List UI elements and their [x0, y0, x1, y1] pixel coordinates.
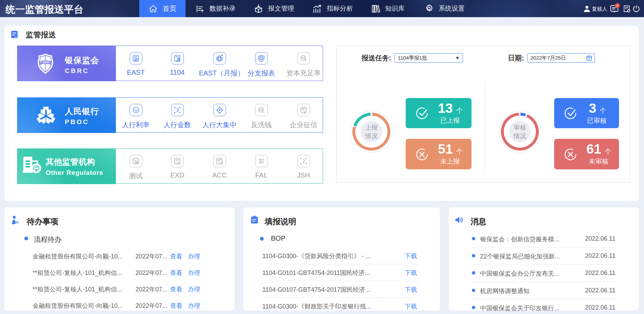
svg-text:31: 31	[588, 58, 591, 60]
svg-text:%: %	[134, 108, 137, 112]
svg-text:CBRC: CBRC	[40, 60, 51, 64]
svg-text:情况: 情况	[513, 133, 526, 140]
svg-text:上报: 上报	[365, 124, 378, 131]
svg-text:0%: 0%	[301, 57, 306, 60]
svg-text:情况: 情况	[365, 133, 378, 140]
svg-text:审核: 审核	[514, 124, 526, 131]
svg-text:征: 征	[260, 57, 263, 60]
svg-text:0%: 0%	[259, 108, 263, 111]
